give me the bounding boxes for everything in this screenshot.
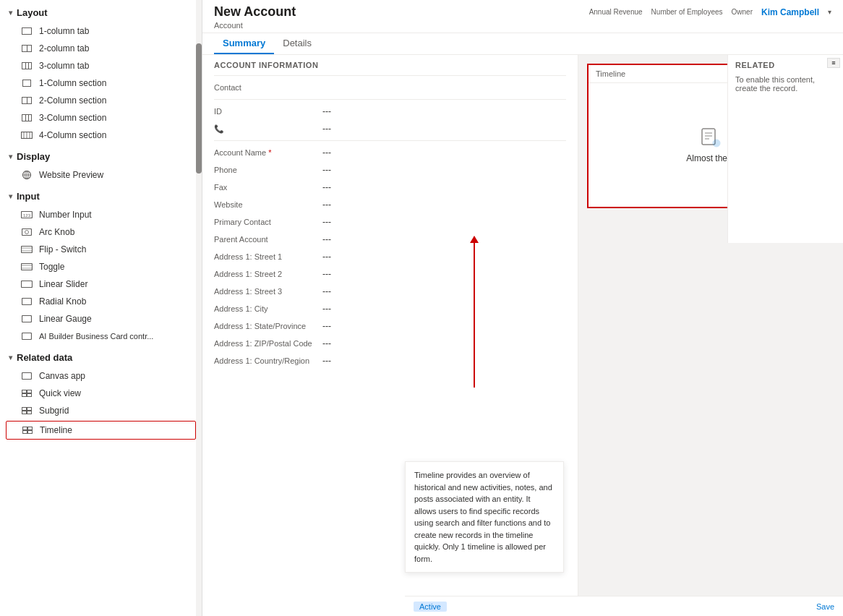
sidebar-item-4col-section[interactable]: 4-Column section	[0, 127, 202, 144]
field-row-website: Website ---	[202, 196, 578, 213]
tooltip-text: Timeline provides an overview of histori…	[414, 471, 552, 563]
sidebar-item-ai-builder[interactable]: AI Builder Business Card contr...	[0, 328, 202, 345]
field-value-website: ---	[322, 200, 566, 210]
section-header-input[interactable]: ▾ Input	[0, 184, 202, 206]
sidebar-item-label: Canvas app	[39, 371, 85, 381]
user-name[interactable]: Kim Campbell	[761, 7, 819, 17]
sidebar-item-label: Flip - Switch	[39, 244, 86, 254]
sidebar-item-label: Linear Gauge	[39, 314, 92, 324]
2col-section-icon	[20, 95, 33, 106]
2col-tab-icon	[20, 43, 33, 54]
svg-rect-19	[22, 299, 32, 305]
sidebar-item-1col-section[interactable]: 1-Column section	[0, 74, 202, 92]
tab-bar: Summary Details	[202, 33, 843, 54]
save-label[interactable]: Save	[816, 602, 834, 611]
related-header: RELATED	[728, 55, 843, 72]
3col-section-icon	[20, 113, 33, 123]
sidebar-item-label: Timeline	[40, 425, 72, 435]
field-separator	[214, 140, 566, 141]
sidebar-item-label: 2-Column section	[39, 95, 106, 106]
tab-summary[interactable]: Summary	[214, 33, 274, 54]
status-bar: Active Save	[405, 596, 843, 616]
main-area: New Account Annual Revenue Number of Emp…	[202, 0, 843, 616]
sidebar-item-subgrid[interactable]: Subgrid	[0, 402, 202, 419]
svg-rect-25	[22, 394, 27, 397]
field-label-address-country: Address 1: Country/Region	[214, 356, 322, 365]
3col-tab-icon	[20, 61, 33, 71]
chevron-related-data-icon: ▾	[9, 354, 12, 362]
svg-rect-18	[22, 281, 33, 288]
sidebar-item-radial-knob[interactable]: Radial Knob	[0, 293, 202, 310]
sidebar-item-2col-section[interactable]: 2-Column section	[0, 92, 202, 109]
arc-knob-icon	[20, 227, 33, 237]
svg-rect-20	[22, 316, 32, 322]
related-collapse-button[interactable]: ≡	[827, 58, 840, 68]
user-chevron-icon[interactable]: ▾	[828, 8, 831, 16]
sidebar-item-label: Number Input	[39, 210, 92, 220]
section-header-related-data[interactable]: ▾ Related data	[0, 345, 202, 367]
sidebar-item-2col-tab[interactable]: 2-column tab	[0, 40, 202, 57]
section-label-display: Display	[17, 151, 50, 162]
record-title-text: New Account	[214, 4, 296, 20]
sidebar-item-label: 1-column tab	[39, 26, 89, 36]
annual-revenue-label: Annual Revenue	[589, 8, 643, 16]
sidebar-item-label: 1-Column section	[39, 78, 106, 88]
sidebar-item-flip-switch[interactable]: Flip - Switch	[0, 241, 202, 258]
field-label-id: ID	[214, 107, 322, 116]
linear-gauge-icon	[20, 314, 33, 324]
status-active-badge: Active	[414, 602, 447, 612]
scrollbar-thumb[interactable]	[196, 43, 202, 174]
sidebar-item-label: AI Builder Business Card contr...	[39, 332, 153, 341]
field-value-account-name: ---	[322, 147, 566, 158]
sidebar-item-label: 2-column tab	[39, 43, 89, 54]
field-label-address-street3: Address 1: Street 3	[214, 287, 322, 296]
breadcrumb: Account	[202, 21, 843, 33]
svg-rect-31	[23, 427, 27, 430]
timeline-icon-sidebar	[21, 425, 34, 435]
field-label-address-street2: Address 1: Street 2	[214, 270, 322, 278]
svg-rect-22	[22, 373, 32, 380]
field-separator	[214, 75, 566, 76]
field-value-address-street2: ---	[322, 269, 566, 279]
sidebar-item-1col-tab[interactable]: 1-column tab	[0, 22, 202, 40]
sidebar-item-label: Subgrid	[39, 406, 69, 416]
quick-view-icon	[20, 388, 33, 398]
field-row-address-state: Address 1: State/Province ---	[202, 317, 578, 335]
phone-icon: 📞	[214, 124, 224, 134]
timeline-empty-icon	[698, 127, 724, 149]
sidebar-item-3col-tab[interactable]: 3-column tab	[0, 57, 202, 74]
field-value-address-zip: ---	[322, 338, 566, 348]
title-bar: New Account Annual Revenue Number of Emp…	[202, 0, 843, 21]
top-chrome: New Account Annual Revenue Number of Emp…	[202, 0, 843, 55]
ai-builder-icon	[20, 331, 33, 341]
sidebar-item-canvas-app[interactable]: Canvas app	[0, 367, 202, 385]
field-label-website: Website	[214, 200, 322, 209]
svg-rect-34	[28, 431, 33, 434]
sidebar-item-3col-section[interactable]: 3-Column section	[0, 109, 202, 127]
field-value-fax: ---	[322, 182, 566, 192]
sidebar-item-label: Linear Slider	[39, 279, 87, 289]
sidebar-item-linear-gauge[interactable]: Linear Gauge	[0, 310, 202, 328]
svg-rect-23	[22, 390, 27, 393]
svg-text:123: 123	[23, 213, 31, 218]
sidebar-item-arc-knob[interactable]: Arc Knob	[0, 223, 202, 241]
canvas-app-icon	[20, 371, 33, 381]
svg-rect-15	[22, 264, 33, 270]
sidebar-item-number-input[interactable]: 123 Number Input	[0, 206, 202, 223]
tab-details[interactable]: Details	[274, 33, 320, 54]
field-value-address-city: ---	[322, 304, 566, 314]
scrollbar[interactable]	[196, 0, 202, 616]
svg-point-11	[25, 231, 29, 234]
field-row-contact: Contact	[202, 79, 578, 96]
sidebar-item-quick-view[interactable]: Quick view	[0, 385, 202, 402]
sidebar-item-linear-slider[interactable]: Linear Slider	[0, 275, 202, 293]
field-row-parent-account: Parent Account ---	[202, 231, 578, 248]
section-header-display[interactable]: ▾ Display	[0, 144, 202, 166]
field-row-address-city: Address 1: City ---	[202, 300, 578, 317]
sidebar-item-toggle[interactable]: Toggle	[0, 258, 202, 275]
sidebar-item-timeline[interactable]: Timeline	[6, 421, 196, 440]
sidebar-item-website-preview[interactable]: Website Preview	[0, 166, 202, 184]
linear-slider-icon	[20, 279, 33, 289]
section-header-layout[interactable]: ▾ Layout	[0, 0, 202, 22]
number-input-icon: 123	[20, 210, 33, 220]
